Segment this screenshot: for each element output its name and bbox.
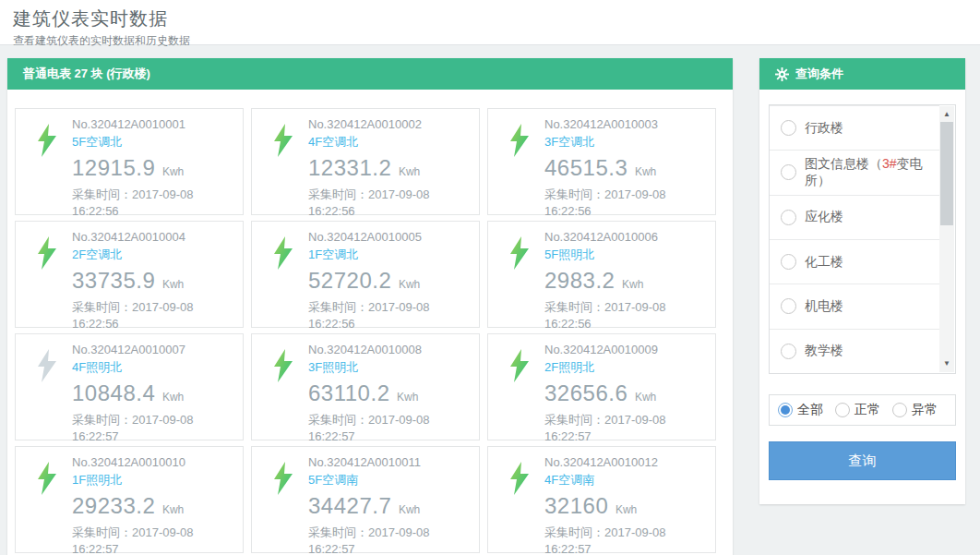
scrollbar-thumb[interactable] <box>940 122 953 225</box>
meter-location-link[interactable]: 5F空调北 <box>72 135 210 150</box>
radio-button[interactable] <box>781 298 796 314</box>
meter-location-link[interactable]: 4F空调南 <box>544 473 683 488</box>
content-area: 普通电表 27 块 (行政楼) No.320412A0010001 5F空调北 … <box>0 45 980 555</box>
meter-location-link[interactable]: 2F空调北 <box>72 247 210 262</box>
meter-card-body: No.320412A0010002 4F空调北 12331.2 Kwh 采集时间… <box>308 109 447 214</box>
radio-button[interactable] <box>781 120 796 136</box>
building-label-text: 教学楼 <box>805 343 843 357</box>
building-option[interactable]: 图文信息楼（3#变电所） <box>770 150 939 194</box>
meter-value-row: 12915.9 Kwh <box>72 154 210 182</box>
radio-button[interactable] <box>781 210 796 225</box>
meter-collect-time: 采集时间：2017-09-08 16:22:56 <box>308 187 447 222</box>
meter-value-row: 29233.2 Kwh <box>72 492 210 520</box>
meter-location-link[interactable]: 5F照明北 <box>544 247 683 262</box>
meter-card-body: No.320412A0010003 3F空调北 46515.3 Kwh 采集时间… <box>544 109 683 214</box>
building-label: 应化楼 <box>805 209 843 225</box>
meter-card: No.320412A0010002 4F空调北 12331.2 Kwh 采集时间… <box>251 108 480 215</box>
bolt-icon <box>273 124 293 157</box>
meter-location-link[interactable]: 1F空调北 <box>308 247 447 262</box>
meter-card: No.320412A0010007 4F照明北 10848.4 Kwh 采集时间… <box>15 333 244 440</box>
meter-location-link[interactable]: 4F照明北 <box>72 360 210 375</box>
collect-time-label: 采集时间： <box>72 413 132 427</box>
collect-time-label: 采集时间： <box>308 300 368 314</box>
meter-card-body: No.320412A0010004 2F空调北 33735.9 Kwh 采集时间… <box>72 222 210 327</box>
meter-value: 12331.2 <box>308 155 391 180</box>
bolt-icon <box>37 124 57 157</box>
meter-location-link[interactable]: 2F照明北 <box>544 360 683 375</box>
meter-card-grid: No.320412A0010001 5F空调北 12915.9 Kwh 采集时间… <box>7 90 733 555</box>
meter-value: 29233.2 <box>72 493 155 518</box>
radio-button[interactable] <box>781 164 796 180</box>
meter-number: No.320412A0010005 <box>308 230 447 245</box>
bolt-icon <box>509 124 530 157</box>
meter-location-link[interactable]: 3F空调北 <box>544 135 683 150</box>
bolt-icon <box>37 349 57 382</box>
meter-value-row: 46515.3 Kwh <box>544 154 683 182</box>
meter-value: 10848.4 <box>72 380 155 405</box>
building-option[interactable]: 应化楼 <box>770 195 939 239</box>
radio-button[interactable] <box>781 254 796 270</box>
meter-unit: Kwh <box>399 503 420 516</box>
meter-number: No.320412A0010006 <box>544 230 683 245</box>
meter-collect-time: 采集时间：2017-09-08 16:22:57 <box>308 412 447 447</box>
query-button[interactable]: 查询 <box>769 441 956 480</box>
collect-time: 16:22:57 <box>308 542 355 555</box>
meter-value-row: 2983.2 Kwh <box>544 267 683 295</box>
collect-date: 2017-09-08 <box>132 413 194 427</box>
scroll-up-arrow[interactable]: ▲ <box>939 108 954 121</box>
meter-card: No.320412A0010005 1F空调北 52720.2 Kwh 采集时间… <box>251 221 480 328</box>
meter-location-link[interactable]: 3F照明北 <box>308 360 447 375</box>
meter-collect-time: 采集时间：2017-09-08 16:22:56 <box>72 187 210 222</box>
collect-date: 2017-09-08 <box>604 525 666 539</box>
meter-unit: Kwh <box>399 165 420 178</box>
meter-collect-time: 采集时间：2017-09-08 16:22:56 <box>544 187 683 222</box>
building-option[interactable]: 教学楼 <box>770 329 939 373</box>
scrollbar[interactable]: ▲ ▼ <box>939 106 954 372</box>
building-option[interactable]: 机电楼 <box>770 284 939 328</box>
status-option[interactable]: 正常 <box>835 402 880 418</box>
meter-card-body: No.320412A0010007 4F照明北 10848.4 Kwh 采集时间… <box>72 334 210 440</box>
meter-unit: Kwh <box>635 391 656 404</box>
meter-value: 2983.2 <box>544 268 615 293</box>
meter-value: 52720.2 <box>308 268 391 293</box>
collect-time: 16:22:56 <box>72 204 119 218</box>
meter-number: No.320412A0010009 <box>544 343 683 357</box>
status-option[interactable]: 异常 <box>892 402 938 418</box>
meter-card: No.320412A0010004 2F空调北 33735.9 Kwh 采集时间… <box>15 221 244 328</box>
collect-time: 16:22:57 <box>544 542 592 555</box>
meter-location-link[interactable]: 1F照明北 <box>72 473 210 488</box>
building-list-inner: 行政楼 图文信息楼（3#变电所） 应化楼 <box>770 105 939 373</box>
scroll-down-arrow[interactable]: ▼ <box>939 357 954 370</box>
building-option[interactable]: 化工楼 <box>770 239 939 284</box>
building-option[interactable]: 行政楼 <box>770 105 939 150</box>
status-option[interactable]: 全部 <box>778 402 823 418</box>
meter-card-body: No.320412A0010005 1F空调北 52720.2 Kwh 采集时间… <box>308 222 447 327</box>
query-panel-header: 查询条件 <box>759 58 965 90</box>
page-title: 建筑仪表实时数据 <box>13 6 980 31</box>
collect-time: 16:22:57 <box>544 429 592 443</box>
collect-time: 16:22:56 <box>544 317 592 331</box>
meter-number: No.320412A0010002 <box>308 117 447 132</box>
radio-button[interactable] <box>778 403 793 417</box>
meter-card: No.320412A0010012 4F空调南 32160 Kwh 采集时间：2… <box>487 446 716 553</box>
collect-time-label: 采集时间： <box>72 525 132 539</box>
meter-value: 32160 <box>544 493 608 518</box>
building-label: 化工楼 <box>805 254 843 271</box>
query-panel-body: 行政楼 图文信息楼（3#变电所） 应化楼 <box>759 90 965 480</box>
meter-unit: Kwh <box>635 165 656 178</box>
radio-button[interactable] <box>892 403 907 417</box>
status-option-label: 全部 <box>797 402 823 418</box>
bolt-icon <box>273 236 293 270</box>
radio-button[interactable] <box>835 403 850 417</box>
meter-number: No.320412A0010001 <box>72 117 210 132</box>
meter-location-link[interactable]: 4F空调北 <box>308 135 447 150</box>
meter-collect-time: 采集时间：2017-09-08 16:22:57 <box>544 412 683 447</box>
building-label-text: 化工楼 <box>805 254 843 269</box>
radio-button[interactable] <box>781 344 796 359</box>
meter-value: 46515.3 <box>544 155 627 180</box>
meter-value-row: 33735.9 Kwh <box>72 267 210 295</box>
meter-unit: Kwh <box>162 391 184 404</box>
meter-location-link[interactable]: 5F空调南 <box>308 473 447 488</box>
bolt-icon <box>273 462 293 495</box>
meter-value-row: 52720.2 Kwh <box>308 267 447 295</box>
